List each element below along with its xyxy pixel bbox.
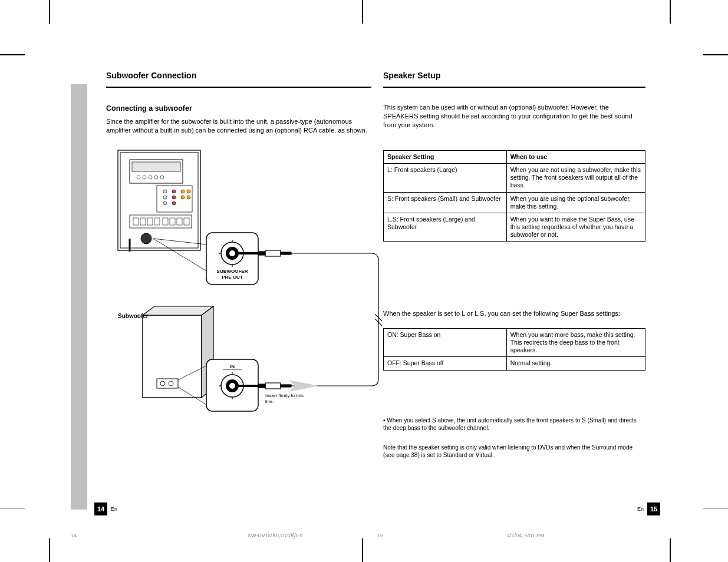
svg-point-29 bbox=[141, 233, 151, 244]
section-tab-bar bbox=[71, 84, 87, 510]
plug-hint-label: Insert firmly to this line. bbox=[265, 393, 307, 404]
svg-rect-23 bbox=[147, 218, 153, 225]
rca-cable-icon bbox=[291, 253, 378, 386]
speaker-settings-table: Speaker Setting When to use L: Front spe… bbox=[383, 150, 645, 242]
svg-rect-21 bbox=[133, 218, 139, 225]
svg-rect-22 bbox=[140, 218, 146, 225]
svg-rect-43 bbox=[281, 252, 291, 254]
svg-rect-28 bbox=[184, 218, 189, 225]
svg-rect-41 bbox=[265, 250, 281, 256]
table-row: ON: Super Bass on When you want more bas… bbox=[384, 329, 645, 357]
right-heading: Speaker Setup bbox=[383, 71, 440, 80]
note-p2: • When you select S above, the unit auto… bbox=[383, 416, 645, 432]
svg-rect-26 bbox=[170, 218, 175, 225]
svg-rect-64 bbox=[265, 383, 281, 389]
left-subheading: Connecting a subwoofer bbox=[106, 104, 192, 113]
note-p1: When the speaker is set to L or L.S, you… bbox=[383, 309, 645, 318]
svg-point-18 bbox=[181, 196, 185, 199]
svg-point-51 bbox=[160, 381, 165, 386]
svg-rect-25 bbox=[163, 218, 168, 225]
svg-point-59 bbox=[229, 383, 235, 389]
note-p3: Note that the speaker setting is only va… bbox=[383, 444, 645, 459]
svg-point-10 bbox=[163, 190, 167, 193]
subwoofer-label: Subwoofer bbox=[118, 312, 149, 320]
outside-page-left: 14 bbox=[71, 533, 77, 538]
callout-sub-pre-out: SUBWOOFER PRE OUT bbox=[206, 233, 258, 285]
outside-page-right: 15 bbox=[377, 533, 383, 538]
left-heading: Subwoofer Connection bbox=[106, 71, 196, 80]
svg-point-15 bbox=[172, 201, 176, 205]
svg-point-11 bbox=[172, 190, 176, 193]
svg-point-13 bbox=[172, 196, 176, 199]
table-row: S: Front speakers (Small) and Subwoofer … bbox=[384, 192, 645, 213]
svg-rect-3 bbox=[132, 162, 180, 171]
page-number-left: 14 bbox=[94, 503, 107, 515]
svg-point-16 bbox=[181, 190, 185, 193]
svg-point-5 bbox=[143, 176, 146, 179]
svg-point-19 bbox=[187, 196, 190, 199]
right-intro: This system can be used with or without … bbox=[383, 103, 645, 130]
svg-point-36 bbox=[229, 250, 235, 256]
receiver-back-icon bbox=[118, 150, 200, 252]
locale-right: En bbox=[637, 506, 644, 512]
callout-bottom-line1: IN bbox=[230, 364, 235, 369]
svg-rect-66 bbox=[281, 385, 291, 387]
svg-point-6 bbox=[149, 176, 152, 179]
outside-filename: XW-DV1MKII,DV1W̲En bbox=[248, 533, 302, 538]
outside-timestamp: 4/1/04, 5:01 PM bbox=[507, 533, 545, 538]
table-row: OFF: Super Bass off Normal setting. bbox=[384, 357, 645, 370]
left-rule bbox=[106, 87, 371, 88]
svg-point-17 bbox=[187, 190, 190, 193]
svg-point-52 bbox=[169, 381, 173, 386]
svg-rect-42 bbox=[258, 252, 265, 255]
svg-rect-65 bbox=[258, 384, 265, 388]
left-body: Since the amplifier for the subwoofer is… bbox=[106, 117, 371, 135]
svg-point-8 bbox=[160, 176, 164, 179]
right-rule bbox=[383, 87, 645, 88]
t1-header-l: Speaker Setting bbox=[384, 151, 507, 164]
svg-rect-24 bbox=[154, 218, 160, 225]
page-number-right: 15 bbox=[647, 503, 660, 515]
locale-left: En bbox=[111, 506, 117, 512]
svg-point-14 bbox=[163, 201, 167, 205]
svg-rect-50 bbox=[157, 379, 178, 388]
svg-point-7 bbox=[154, 176, 158, 179]
t1-header-r: When to use bbox=[506, 151, 645, 164]
connection-diagram: SUBWOOFER PRE OUT bbox=[106, 144, 383, 398]
table-row: L.S: Front speakers (Large) and Subwoofe… bbox=[384, 213, 645, 241]
table-row: L: Front speakers (Large) When you are n… bbox=[384, 164, 645, 192]
svg-point-12 bbox=[163, 196, 167, 199]
subwoofer-box-icon bbox=[143, 306, 213, 398]
svg-point-4 bbox=[137, 176, 140, 179]
superbass-table: ON: Super Bass on When you want more bas… bbox=[383, 328, 645, 371]
callout-top-line1: SUBWOOFER bbox=[217, 269, 248, 274]
svg-rect-27 bbox=[177, 218, 182, 225]
callout-top-line2: PRE OUT bbox=[222, 275, 243, 280]
